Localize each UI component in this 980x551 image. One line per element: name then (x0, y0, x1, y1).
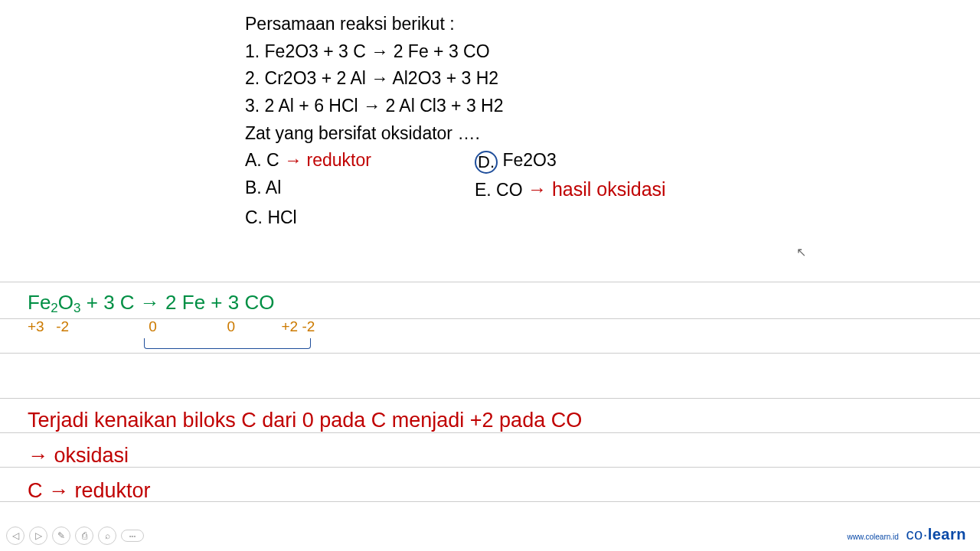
brand-site: www.colearn.id (848, 533, 899, 541)
option-b: B. Al (245, 178, 281, 197)
option-a-note: → reduktor (284, 150, 371, 170)
prev-button[interactable]: ◁ (6, 527, 24, 545)
answer-block: Terjadi kenaikan biloks C dari 0 pada C … (28, 403, 582, 509)
option-a: A. C (245, 150, 279, 170)
cursor-icon: ↖ (796, 245, 806, 259)
worked-equation: Fe2O3 + 3 C → 2 Fe + 3 CO (28, 291, 274, 316)
ruled-lines (0, 318, 980, 387)
option-e-note: → hasil oksidasi (528, 178, 666, 200)
option-d-circle: D. (475, 151, 498, 174)
divider (0, 282, 980, 282)
answer-line-1: Terjadi kenaikan biloks C dari 0 pada C … (28, 403, 582, 439)
zoom-button[interactable]: ⌕ (98, 527, 116, 545)
brand-logo: co·learn (906, 526, 967, 543)
answer-line-3: C → reduktor (28, 474, 582, 509)
question-prompt: Zat yang bersifat oksidator …. (245, 120, 934, 148)
equation-2: 2. Cr2O3 + 2 Al → Al2O3 + 3 H2 (245, 65, 934, 93)
equation-1: 1. Fe2O3 + 3 C → 2 Fe + 3 CO (245, 38, 934, 66)
question-heading: Persamaan reaksi berikut : (245, 11, 934, 38)
option-c: C. HCl (245, 204, 934, 232)
more-button[interactable]: ••• (121, 530, 144, 542)
print-button[interactable]: ⎙ (75, 527, 93, 545)
toolbar: ◁ ▷ ✎ ⎙ ⌕ ••• (6, 527, 144, 545)
pen-button[interactable]: ✎ (52, 527, 70, 545)
next-button[interactable]: ▷ (29, 527, 47, 545)
option-d: Fe2O3 (502, 150, 556, 170)
brand: www.colearn.id co·learn (848, 526, 966, 543)
question-block: Persamaan reaksi berikut : 1. Fe2O3 + 3 … (245, 11, 934, 231)
equation-3: 3. 2 Al + 6 HCl → 2 Al Cl3 + 3 H2 (245, 93, 934, 120)
option-e: E. CO (475, 180, 523, 200)
answer-line-2: → oksidasi (28, 439, 582, 474)
